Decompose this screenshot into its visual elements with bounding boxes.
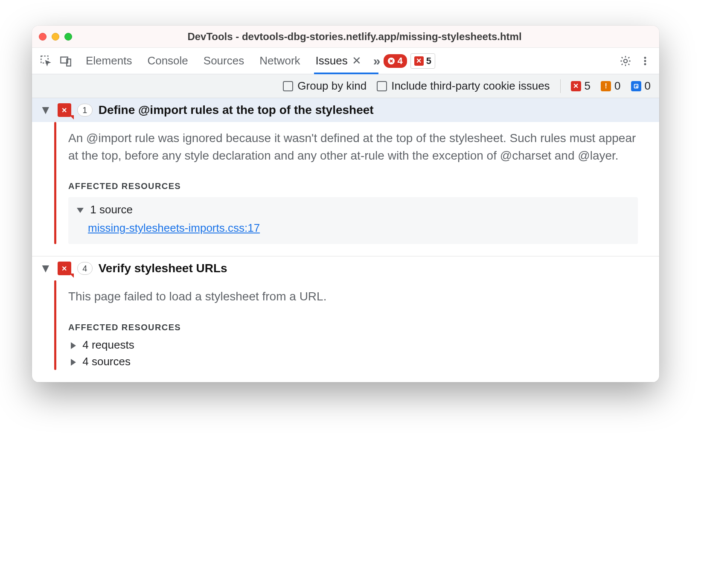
affected-resources-box: 1 source missing-stylesheets-imports.css… (68, 197, 638, 244)
errors-count: 5 (585, 79, 591, 93)
tab-elements[interactable]: Elements (86, 48, 132, 74)
warnings-count: 0 (614, 79, 620, 93)
warning-icon: ! (601, 81, 611, 91)
issue-count-badge[interactable]: ✕ 5 (410, 53, 435, 69)
tab-label: Issues (316, 54, 348, 67)
group-by-kind-checkbox[interactable]: Group by kind (283, 79, 367, 93)
checkbox-label: Include third-party cookie issues (391, 79, 550, 93)
separator (560, 79, 561, 93)
window-close-button[interactable] (39, 33, 47, 41)
svg-rect-10 (636, 87, 637, 87)
issue-description: This page failed to load a stylesheet fr… (68, 288, 638, 306)
issue-occurrence-count: 1 (77, 104, 93, 116)
svg-point-6 (644, 60, 646, 62)
chevron-right-icon (71, 359, 76, 366)
severity-bar (54, 122, 56, 244)
error-icon: ✕ (571, 81, 581, 91)
svg-point-7 (644, 63, 646, 65)
include-third-party-checkbox[interactable]: Include third-party cookie issues (377, 79, 550, 93)
resource-group[interactable]: 1 source (77, 203, 629, 216)
issue-header[interactable]: ▼ ✕ 1 Define @import rules at the top of… (32, 98, 659, 122)
more-tabs-button[interactable]: » (373, 54, 381, 68)
issue-body: An @import rule was ignored because it w… (32, 122, 659, 256)
panel-tabs-bar: Elements Console Sources Network Issues … (32, 48, 659, 74)
severity-bar (54, 280, 56, 370)
affected-resources-heading: AFFECTED RESOURCES (68, 181, 638, 191)
tab-sources[interactable]: Sources (204, 48, 244, 74)
issue-header[interactable]: ▼ ✕ 4 Verify stylesheet URLs (32, 256, 659, 280)
issue-title: Define @import rules at the top of the s… (99, 103, 374, 117)
panel-tabs: Elements Console Sources Network Issues … (86, 48, 361, 74)
issue-body: This page failed to load a stylesheet fr… (32, 280, 659, 382)
issue-description: An @import rule was ignored because it w… (68, 130, 638, 164)
chevron-down-icon: ▼ (40, 103, 52, 117)
issue-item: ▼ ✕ 4 Verify stylesheet URLs This page f… (32, 256, 659, 382)
devtools-window: DevTools - devtools-dbg-stories.netlify.… (32, 26, 659, 382)
device-toolbar-icon[interactable] (58, 53, 74, 69)
resource-group[interactable]: 4 sources (68, 353, 638, 370)
issue-title: Verify stylesheet URLs (99, 262, 227, 275)
affected-resources-list: 4 requests 4 sources (68, 337, 638, 370)
issues-list: ▼ ✕ 1 Define @import rules at the top of… (32, 98, 659, 382)
window-minimize-button[interactable] (52, 33, 59, 41)
tab-console[interactable]: Console (147, 48, 188, 74)
chevron-down-icon (77, 208, 84, 213)
issues-filter-bar: Group by kind Include third-party cookie… (32, 74, 659, 98)
inspect-element-icon[interactable] (38, 53, 54, 69)
info-counter[interactable]: 0 (631, 79, 651, 93)
info-icon (631, 81, 641, 91)
window-title: DevTools - devtools-dbg-stories.netlify.… (82, 31, 652, 43)
svg-rect-9 (636, 86, 637, 87)
window-zoom-button[interactable] (64, 33, 72, 41)
traffic-lights (39, 33, 72, 41)
warnings-counter[interactable]: ! 0 (601, 79, 620, 93)
info-count: 0 (645, 79, 651, 93)
tab-network[interactable]: Network (259, 48, 300, 74)
error-count-pill[interactable]: 4 (384, 54, 407, 68)
issue-item: ▼ ✕ 1 Define @import rules at the top of… (32, 98, 659, 256)
close-icon[interactable]: ✕ (352, 54, 361, 67)
checkbox-icon (283, 81, 293, 91)
kebab-menu-icon[interactable] (637, 53, 653, 69)
error-count-value: 4 (397, 55, 402, 67)
error-badge-icon: ✕ (58, 262, 71, 275)
issue-occurrence-count: 4 (77, 262, 93, 275)
error-badge-icon: ✕ (58, 103, 71, 117)
svg-point-5 (644, 56, 646, 58)
svg-point-4 (624, 59, 627, 62)
checkbox-label: Group by kind (297, 79, 367, 93)
resource-group[interactable]: 4 requests (68, 337, 638, 353)
tab-issues[interactable]: Issues ✕ (316, 48, 361, 74)
resource-group-label: 4 requests (82, 338, 134, 351)
chevron-down-icon: ▼ (40, 262, 52, 275)
chevron-right-icon (71, 342, 76, 349)
issue-count-value: 5 (426, 55, 431, 67)
errors-counter[interactable]: ✕ 5 (571, 79, 591, 93)
settings-icon[interactable] (617, 53, 634, 69)
resource-group-label: 4 sources (82, 355, 131, 368)
checkbox-icon (377, 81, 387, 91)
resource-group-label: 1 source (90, 203, 133, 216)
source-link[interactable]: missing-stylesheets-imports.css:17 (88, 221, 260, 235)
window-titlebar: DevTools - devtools-dbg-stories.netlify.… (32, 26, 659, 48)
affected-resources-heading: AFFECTED RESOURCES (68, 323, 638, 332)
